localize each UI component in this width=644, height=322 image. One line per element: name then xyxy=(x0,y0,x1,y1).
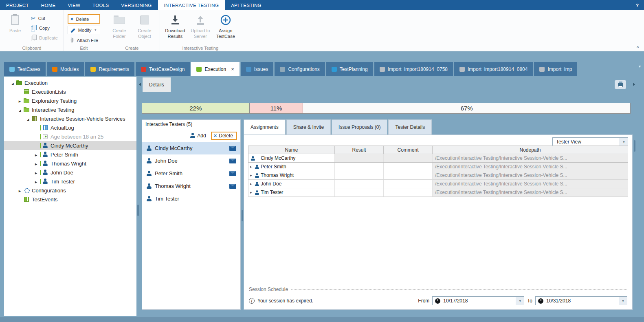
mail-icon[interactable] xyxy=(229,146,236,151)
document-tab[interactable]: Import_import180914_0804 × xyxy=(454,62,533,76)
close-icon[interactable]: × xyxy=(231,66,234,72)
chevron-down-icon[interactable]: ▾ xyxy=(516,297,524,305)
tester-list-item[interactable]: John Doe xyxy=(142,154,240,167)
add-tester-button[interactable]: Add xyxy=(190,133,206,139)
expand-arrow-icon[interactable] xyxy=(33,161,39,166)
from-date-picker[interactable]: 10/17/2018 ▾ xyxy=(432,296,524,305)
tree-item[interactable]: Cindy McCarthy xyxy=(4,141,136,150)
document-tab[interactable]: Modules × xyxy=(47,62,84,76)
tree-item[interactable]: Thomas Wright xyxy=(4,159,136,168)
tree-item[interactable]: Age between 18 an 25 xyxy=(4,132,136,141)
document-tab[interactable]: Requirements × xyxy=(85,62,134,76)
tree-item[interactable]: TestEvents xyxy=(4,195,136,204)
cut-button[interactable]: ✂ Cut xyxy=(29,14,60,22)
tester-view-select[interactable]: Tester View ▾ xyxy=(552,137,628,146)
splitter-handle[interactable] xyxy=(242,210,243,221)
delete-tester-button[interactable]: × Delete xyxy=(211,132,237,140)
assignments-tab[interactable]: Issue Proposals (0) xyxy=(332,119,387,135)
chevron-down-icon[interactable]: ▾ xyxy=(619,297,627,305)
tree-item[interactable]: Configurations xyxy=(4,186,136,195)
ribbon-collapse-button[interactable]: ^ xyxy=(637,45,639,50)
scroll-right-icon[interactable] xyxy=(633,83,635,86)
tab-overflow-icon[interactable]: ▾ xyxy=(639,64,641,68)
expand-arrow-icon[interactable] xyxy=(17,188,22,193)
chevron-down-icon[interactable]: ▾ xyxy=(620,138,628,146)
table-row[interactable]: ▸ Peter Smith /Execution/Interactive Tes… xyxy=(248,163,628,171)
assignments-tab[interactable]: Share & Invite xyxy=(286,119,331,135)
document-tab[interactable]: Import_imp × xyxy=(534,62,577,76)
expand-arrow-icon[interactable] xyxy=(33,152,39,157)
create-object-button[interactable]: Create Object xyxy=(133,12,156,44)
document-tab[interactable]: Import_import180914_0758 × xyxy=(374,62,453,76)
menubar-item[interactable]: VERSIONING xyxy=(115,0,158,10)
tester-list-item[interactable]: Thomas Wright xyxy=(142,180,240,192)
document-tab[interactable]: TestCases × xyxy=(4,62,46,76)
menubar-item[interactable]: INTERACTIVE TESTING xyxy=(158,0,225,10)
paste-button[interactable]: Paste xyxy=(4,12,26,44)
table-row[interactable]: ▸ Cindy McCarthy /Execution/Interactive … xyxy=(248,154,628,163)
assign-testcase-label: Assign TestCase xyxy=(214,28,237,40)
expand-arrow-icon[interactable] xyxy=(17,107,22,112)
column-header-comment[interactable]: Comment xyxy=(384,146,433,154)
column-header-result[interactable]: Result xyxy=(335,146,384,154)
download-results-button[interactable]: Download Results xyxy=(164,12,187,44)
menubar-item[interactable]: HOME xyxy=(35,0,62,10)
expand-arrow-icon[interactable] xyxy=(17,98,22,104)
document-tab[interactable]: Configurations × xyxy=(275,62,325,76)
tester-list-item[interactable]: Cindy McCarthy xyxy=(142,142,240,154)
splitter-handle[interactable] xyxy=(137,205,139,216)
row-expand-arrow-icon[interactable]: ▸ xyxy=(250,191,253,194)
document-tab[interactable]: Issues × xyxy=(241,62,274,76)
attach-file-button[interactable]: Attach File xyxy=(68,36,100,44)
upload-to-server-button[interactable]: Upload to Server xyxy=(189,12,212,44)
row-expand-arrow-icon[interactable]: ▸ xyxy=(250,182,253,186)
table-row[interactable]: ▸ Thomas Wright /Execution/Interactive T… xyxy=(248,171,628,180)
modify-button[interactable]: Modify ▾ xyxy=(68,26,100,34)
menubar-item[interactable]: API TESTING xyxy=(225,0,268,10)
expand-arrow-icon[interactable] xyxy=(25,116,31,121)
tab-details[interactable]: Details xyxy=(143,77,171,92)
mail-icon[interactable] xyxy=(229,159,236,163)
tree-node-label: TestEvents xyxy=(31,196,58,203)
scrollbar-thumb[interactable] xyxy=(634,140,635,152)
row-expand-arrow-icon[interactable]: ▸ xyxy=(250,174,253,177)
document-tab[interactable]: TestPlanning × xyxy=(326,62,373,76)
expand-arrow-icon[interactable] xyxy=(33,170,39,175)
tree-item[interactable]: Tim Tester xyxy=(4,177,136,186)
menubar-item[interactable]: PROJECT xyxy=(0,0,35,10)
document-tab[interactable]: Execution × xyxy=(191,62,239,76)
create-folder-button[interactable]: Create Folder xyxy=(108,12,131,44)
duplicate-button[interactable]: Duplicate xyxy=(29,34,60,42)
table-row[interactable]: ▸ John Doe /Execution/Interactive Testin… xyxy=(248,180,628,188)
column-header-nodepath[interactable]: Nodepath xyxy=(433,146,628,154)
help-button[interactable]: ? xyxy=(631,0,644,10)
assign-testcase-button[interactable]: Assign TestCase xyxy=(214,12,237,44)
mail-icon[interactable] xyxy=(229,184,236,189)
tree-item[interactable]: ActualLog xyxy=(4,123,136,132)
tree-item[interactable]: John Doe xyxy=(4,168,136,177)
table-row[interactable]: ▸ Tim Tester /Execution/Interactive Test… xyxy=(248,188,628,197)
row-expand-arrow-icon[interactable]: ▸ xyxy=(250,165,253,169)
tester-list-item[interactable]: Peter Smith xyxy=(142,167,240,180)
mail-icon[interactable] xyxy=(229,171,236,176)
menubar-item[interactable]: TOOLS xyxy=(86,0,115,10)
delete-button[interactable]: × Delete xyxy=(68,14,100,24)
assignments-tab[interactable]: Assignments xyxy=(244,119,286,135)
scroll-left-icon[interactable] xyxy=(139,83,141,86)
copy-button[interactable]: Copy xyxy=(29,24,60,32)
tree-item[interactable]: ExecutionLists xyxy=(4,87,136,96)
tester-list-item[interactable]: Tim Tester xyxy=(142,192,240,205)
tree-item[interactable]: Interactive Session-Vehicle Services xyxy=(4,114,136,123)
tree-item[interactable]: Peter Smith xyxy=(4,150,136,159)
column-header-name[interactable]: Name xyxy=(248,146,335,154)
tree-item[interactable]: Interactive Testing xyxy=(4,105,136,114)
assignments-tab[interactable]: Tester Details xyxy=(388,119,432,135)
to-date-picker[interactable]: 10/31/2018 ▾ xyxy=(535,296,627,305)
tree-item[interactable]: Exploratory Testing xyxy=(4,96,136,105)
expand-arrow-icon[interactable] xyxy=(10,80,15,86)
menubar-item[interactable]: VIEW xyxy=(62,0,86,10)
document-tab[interactable]: TestCaseDesign × xyxy=(136,62,190,76)
print-button[interactable] xyxy=(615,80,626,89)
expand-arrow-icon[interactable] xyxy=(33,179,39,184)
tree-item[interactable]: Execution xyxy=(4,78,136,87)
